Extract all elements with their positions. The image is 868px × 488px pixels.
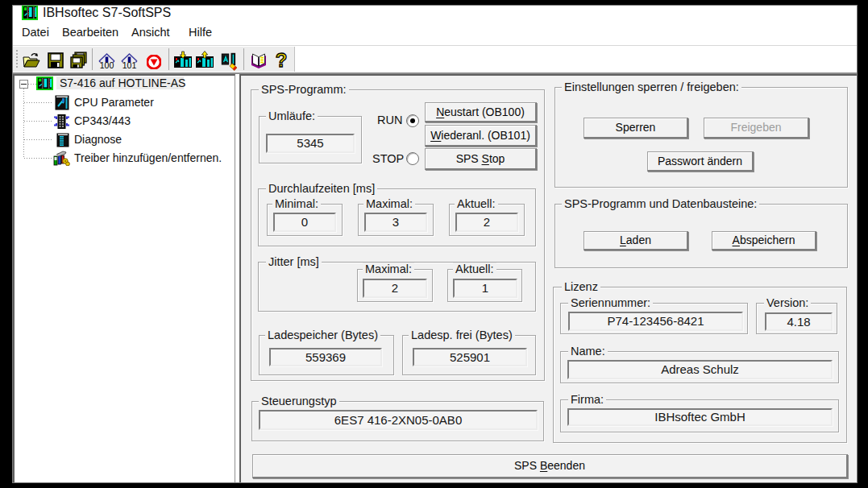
svg-text:100: 100: [100, 60, 114, 69]
svg-text:101: 101: [123, 60, 137, 69]
svg-text:?: ?: [276, 51, 288, 70]
